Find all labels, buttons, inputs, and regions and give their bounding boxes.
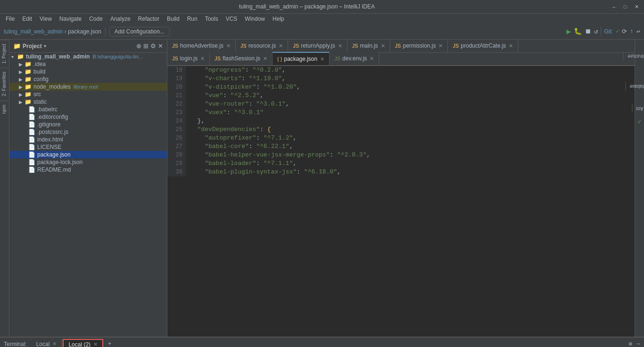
menu-edit[interactable]: Edit (18, 15, 36, 23)
rerun-icon[interactable]: ↺ (594, 27, 598, 35)
tab-login[interactable]: JS login.js ✕ (167, 52, 210, 65)
tree-item-src[interactable]: ▶ 📁 src (9, 91, 167, 98)
term-tab-local[interactable]: Local ✕ (32, 339, 62, 347)
tab-return-apply[interactable]: JS returnApply.js ✕ (288, 40, 347, 52)
tree-item-postcssrc[interactable]: ▶ 📄 .postcssrc.js (9, 128, 167, 136)
breadcrumb-root[interactable]: tuling_mall_web_admin (4, 28, 63, 35)
tree-item-babelrc[interactable]: ▶ 📄 .babelrc (9, 106, 167, 113)
minimize-button[interactable]: – (610, 3, 618, 10)
tab-close-package-json[interactable]: ✕ (320, 56, 324, 62)
tab-home-advertise[interactable]: JS homeAdvertise.js ✕ (167, 40, 236, 52)
term-tab-local-close[interactable]: ✕ (52, 341, 57, 347)
menu-navigate[interactable]: Navigate (56, 15, 85, 23)
line-num-24: 24 (167, 117, 186, 125)
tab-permission[interactable]: JS permission.js ✕ (390, 40, 448, 52)
title-bar: tuling_mall_web_admin – package.json – I… (0, 0, 644, 13)
sidebar-item-npm[interactable]: npm (0, 100, 9, 117)
git-undo-icon[interactable]: ↩ (636, 28, 640, 35)
maximize-button[interactable]: □ (621, 3, 629, 10)
project-layout-icon[interactable]: ⊞ (143, 42, 149, 50)
stop-icon[interactable]: ⏹ (585, 28, 591, 35)
tab-close-permission[interactable]: ✕ (438, 43, 443, 49)
tab-close-main[interactable]: ✕ (381, 43, 385, 49)
line-content-18: "nprogress": "^0.2.0", (186, 66, 286, 74)
code-editor[interactable]: 18 "nprogress": "^0.2.0", 19 "v-charts":… (167, 66, 635, 337)
tab-product-attr-cate[interactable]: JS productAttrCate.js ✕ (448, 40, 518, 52)
tab-close-login[interactable]: ✕ (200, 56, 205, 62)
breadcrumb-file[interactable]: package.json (68, 28, 101, 35)
tree-label-config: config (33, 76, 49, 83)
tab-main[interactable]: JS main.js ✕ (347, 40, 390, 52)
green-check-icon: ✓ (637, 117, 641, 125)
sidebar-item-project[interactable]: 1: Project (0, 40, 9, 67)
tree-item-editorconfig[interactable]: ▶ 📄 .editorconfig (9, 113, 167, 121)
tree-item-package-lock[interactable]: ▶ 📄 package-lock.json (9, 158, 167, 166)
menu-code[interactable]: Code (85, 15, 107, 23)
tree-root[interactable]: ▾ 📁 tuling_mall_web_admin B:\shangguigu\… (9, 53, 167, 60)
menu-view[interactable]: View (36, 15, 56, 23)
window-controls[interactable]: – □ ✕ (610, 3, 640, 10)
tab-package-json[interactable]: { } package.json ✕ (272, 52, 330, 65)
tab-icon-main: JS (352, 43, 358, 49)
tree-item-build[interactable]: ▶ 📁 build (9, 68, 167, 75)
term-tab-local2-close[interactable]: ✕ (93, 341, 98, 347)
tree-label-index-html: index.html (37, 136, 63, 143)
menu-analyze[interactable]: Analyze (107, 15, 134, 23)
tree-item-config[interactable]: ▶ 📁 config (9, 75, 167, 83)
tree-item-index-html[interactable]: ▶ 📄 index.html (9, 136, 167, 143)
tab-close-resource[interactable]: ✕ (279, 43, 283, 49)
term-tab-local2[interactable]: Local (2) ✕ (63, 339, 103, 347)
menu-build[interactable]: Build (163, 15, 183, 23)
tree-item-node-modules[interactable]: ▶ 📁 node_modules library root (9, 83, 167, 91)
babelrc-icon: 📄 (28, 106, 35, 113)
run-icon[interactable]: ▶ (566, 27, 571, 36)
add-configuration-button[interactable]: Add Configuration... (109, 27, 170, 36)
menu-file[interactable]: File (2, 15, 18, 23)
breadcrumb[interactable]: tuling_mall_web_admin › package.json (4, 28, 101, 35)
right-panel-structure[interactable]: 7: Structure (623, 51, 644, 60)
term-settings-icon[interactable]: ⚙ (629, 340, 632, 347)
tab-close-product[interactable]: ✕ (509, 43, 513, 49)
debug-icon[interactable]: 🐛 (574, 27, 582, 35)
project-close-icon[interactable]: ✕ (158, 42, 163, 50)
title-text: tuling_mall_web_admin – package.json – I… (4, 3, 610, 10)
git-push-icon[interactable]: ↑ (630, 28, 634, 35)
right-panel-ant[interactable]: Ant (632, 103, 644, 112)
tab-label-resource: resource.js (248, 42, 276, 49)
close-button[interactable]: ✕ (633, 3, 640, 10)
tree-item-gitignore[interactable]: ▶ 📄 .gitignore (9, 121, 167, 128)
right-panel-database[interactable]: Database (626, 82, 644, 91)
tab-dev-env[interactable]: JS dev.env.js ✕ (330, 52, 379, 65)
line-num-28: 28 (167, 151, 186, 159)
menu-refactor[interactable]: Refactor (134, 15, 163, 23)
term-close-icon[interactable]: — (637, 341, 640, 347)
tree-item-static[interactable]: ▶ 📁 static (9, 98, 167, 106)
line-content-28: "babel-helper-vue-jsx-merge-props": "^2.… (186, 151, 370, 159)
line-num-18: 18 (167, 66, 186, 74)
menu-vcs[interactable]: VCS (222, 15, 241, 23)
sidebar-item-favorites[interactable]: 2: Favorites (0, 67, 9, 100)
tab-flash-session[interactable]: JS flashSession.js ✕ (210, 52, 272, 65)
tree-item-idea[interactable]: ▶ 📁 .idea (9, 60, 167, 68)
git-sync-icon[interactable]: ⟳ (622, 28, 627, 35)
menu-help[interactable]: Help (269, 15, 288, 23)
menu-window[interactable]: Window (241, 15, 269, 23)
tab-resource[interactable]: JS resource.js ✕ (236, 40, 289, 52)
tab-close-return[interactable]: ✕ (338, 43, 342, 49)
tree-item-package-json[interactable]: ▶ 📄 package.json (9, 151, 167, 158)
term-tab-local-label: Local (36, 341, 50, 347)
tab-close-home-advertise[interactable]: ✕ (226, 43, 231, 49)
tab-icon-return: JS (293, 43, 299, 49)
line-content-25: "devDependencies": { (186, 125, 271, 134)
term-add-button[interactable]: + (104, 339, 115, 347)
project-add-icon[interactable]: ⊕ (136, 42, 141, 50)
tab-close-dev-env[interactable]: ✕ (370, 56, 374, 62)
tree-item-license[interactable]: ▶ 📄 LICENSE (9, 143, 167, 151)
tab-close-flash[interactable]: ✕ (263, 56, 267, 62)
menu-run[interactable]: Run (183, 15, 201, 23)
tree-item-readme[interactable]: ▶ 📄 README.md (9, 166, 167, 174)
bottom-panel: Terminal: Local ✕ Local (2) ✕ + ⚙ — Micr… (0, 337, 644, 347)
project-settings-icon[interactable]: ⚙ (150, 42, 156, 50)
menu-tools[interactable]: Tools (201, 15, 222, 23)
code-line-21: 21 "vue": "^2.5.2", (167, 91, 635, 100)
